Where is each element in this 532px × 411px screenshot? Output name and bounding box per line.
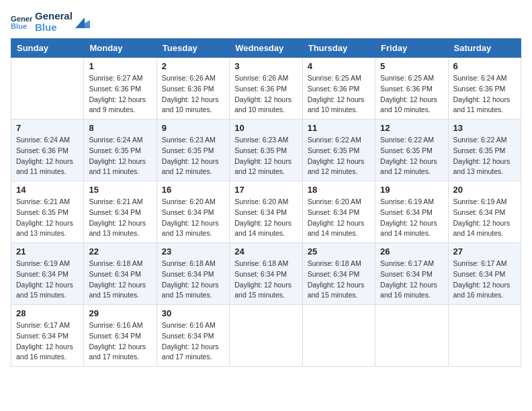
calendar-cell: 11Sunrise: 6:22 AM Sunset: 6:35 PM Dayli… bbox=[302, 120, 375, 181]
day-number: 8 bbox=[89, 123, 151, 133]
col-header-friday: Friday bbox=[375, 39, 448, 58]
day-info: Sunrise: 6:16 AM Sunset: 6:34 PM Dayligh… bbox=[162, 320, 224, 363]
day-number: 19 bbox=[380, 185, 443, 195]
calendar-cell bbox=[375, 305, 448, 367]
day-number: 13 bbox=[453, 123, 516, 133]
col-header-wednesday: Wednesday bbox=[230, 39, 302, 58]
day-number: 26 bbox=[380, 246, 443, 257]
col-header-thursday: Thursday bbox=[302, 39, 375, 58]
calendar-cell: 9Sunrise: 6:23 AM Sunset: 6:35 PM Daylig… bbox=[157, 120, 229, 181]
calendar-table: SundayMondayTuesdayWednesdayThursdayFrid… bbox=[11, 38, 521, 367]
day-number: 10 bbox=[234, 123, 297, 133]
calendar-week-row: 21Sunrise: 6:19 AM Sunset: 6:34 PM Dayli… bbox=[11, 243, 521, 305]
calendar-cell: 27Sunrise: 6:17 AM Sunset: 6:34 PM Dayli… bbox=[448, 243, 521, 305]
day-info: Sunrise: 6:20 AM Sunset: 6:34 PM Dayligh… bbox=[234, 197, 297, 239]
day-number: 7 bbox=[16, 123, 79, 133]
day-info: Sunrise: 6:25 AM Sunset: 6:36 PM Dayligh… bbox=[308, 73, 370, 116]
calendar-header-row: SundayMondayTuesdayWednesdayThursdayFrid… bbox=[11, 39, 521, 58]
day-number: 4 bbox=[308, 61, 370, 71]
day-info: Sunrise: 6:24 AM Sunset: 6:36 PM Dayligh… bbox=[453, 73, 516, 116]
calendar-cell: 26Sunrise: 6:17 AM Sunset: 6:34 PM Dayli… bbox=[375, 243, 448, 305]
day-info: Sunrise: 6:20 AM Sunset: 6:34 PM Dayligh… bbox=[308, 197, 370, 239]
page-header: General Blue General Blue bbox=[11, 11, 521, 33]
day-number: 2 bbox=[162, 61, 224, 71]
day-number: 12 bbox=[380, 123, 443, 133]
day-number: 3 bbox=[234, 61, 297, 71]
day-number: 25 bbox=[308, 246, 370, 257]
day-info: Sunrise: 6:17 AM Sunset: 6:34 PM Dayligh… bbox=[16, 320, 79, 363]
day-info: Sunrise: 6:24 AM Sunset: 6:35 PM Dayligh… bbox=[89, 135, 151, 177]
day-number: 20 bbox=[453, 185, 516, 195]
day-info: Sunrise: 6:22 AM Sunset: 6:35 PM Dayligh… bbox=[380, 135, 443, 177]
day-number: 14 bbox=[16, 185, 79, 195]
logo-line1: General bbox=[35, 11, 73, 22]
calendar-week-row: 14Sunrise: 6:21 AM Sunset: 6:35 PM Dayli… bbox=[11, 181, 521, 243]
calendar-cell: 3Sunrise: 6:26 AM Sunset: 6:36 PM Daylig… bbox=[230, 58, 302, 120]
calendar-cell: 21Sunrise: 6:19 AM Sunset: 6:34 PM Dayli… bbox=[11, 243, 84, 305]
day-info: Sunrise: 6:22 AM Sunset: 6:35 PM Dayligh… bbox=[308, 135, 370, 177]
day-number: 6 bbox=[453, 61, 516, 71]
calendar-cell: 4Sunrise: 6:25 AM Sunset: 6:36 PM Daylig… bbox=[302, 58, 375, 120]
day-info: Sunrise: 6:25 AM Sunset: 6:36 PM Dayligh… bbox=[380, 73, 443, 116]
calendar-cell: 8Sunrise: 6:24 AM Sunset: 6:35 PM Daylig… bbox=[84, 120, 157, 181]
day-number: 11 bbox=[308, 123, 370, 133]
logo: General Blue General Blue bbox=[11, 11, 90, 33]
day-number: 17 bbox=[234, 185, 297, 195]
logo-line2: Blue bbox=[35, 22, 73, 34]
day-number: 16 bbox=[162, 185, 224, 195]
day-number: 27 bbox=[453, 246, 516, 257]
calendar-week-row: 28Sunrise: 6:17 AM Sunset: 6:34 PM Dayli… bbox=[11, 305, 521, 367]
logo-bird-icon bbox=[75, 16, 90, 28]
day-info: Sunrise: 6:18 AM Sunset: 6:34 PM Dayligh… bbox=[162, 259, 224, 301]
calendar-cell: 30Sunrise: 6:16 AM Sunset: 6:34 PM Dayli… bbox=[157, 305, 229, 367]
day-info: Sunrise: 6:18 AM Sunset: 6:34 PM Dayligh… bbox=[89, 259, 151, 301]
day-number: 9 bbox=[162, 123, 224, 133]
calendar-cell: 23Sunrise: 6:18 AM Sunset: 6:34 PM Dayli… bbox=[157, 243, 229, 305]
calendar-cell: 10Sunrise: 6:23 AM Sunset: 6:35 PM Dayli… bbox=[230, 120, 302, 181]
day-info: Sunrise: 6:26 AM Sunset: 6:36 PM Dayligh… bbox=[234, 73, 297, 116]
calendar-cell: 14Sunrise: 6:21 AM Sunset: 6:35 PM Dayli… bbox=[11, 181, 84, 243]
calendar-cell: 6Sunrise: 6:24 AM Sunset: 6:36 PM Daylig… bbox=[448, 58, 521, 120]
col-header-sunday: Sunday bbox=[11, 39, 84, 58]
day-info: Sunrise: 6:27 AM Sunset: 6:36 PM Dayligh… bbox=[89, 73, 151, 116]
day-number: 23 bbox=[162, 246, 224, 257]
day-number: 5 bbox=[380, 61, 443, 71]
day-number: 1 bbox=[89, 61, 151, 71]
calendar-cell: 25Sunrise: 6:18 AM Sunset: 6:34 PM Dayli… bbox=[302, 243, 375, 305]
calendar-cell: 2Sunrise: 6:26 AM Sunset: 6:36 PM Daylig… bbox=[157, 58, 229, 120]
logo-icon: General Blue bbox=[11, 13, 32, 32]
calendar-cell: 24Sunrise: 6:18 AM Sunset: 6:34 PM Dayli… bbox=[230, 243, 302, 305]
calendar-cell: 20Sunrise: 6:19 AM Sunset: 6:34 PM Dayli… bbox=[448, 181, 521, 243]
col-header-saturday: Saturday bbox=[448, 39, 521, 58]
day-info: Sunrise: 6:19 AM Sunset: 6:34 PM Dayligh… bbox=[16, 259, 79, 301]
day-info: Sunrise: 6:17 AM Sunset: 6:34 PM Dayligh… bbox=[453, 259, 516, 301]
calendar-cell: 7Sunrise: 6:24 AM Sunset: 6:36 PM Daylig… bbox=[11, 120, 84, 181]
svg-text:Blue: Blue bbox=[11, 22, 27, 30]
calendar-cell: 16Sunrise: 6:20 AM Sunset: 6:34 PM Dayli… bbox=[157, 181, 229, 243]
calendar-cell bbox=[230, 305, 302, 367]
day-number: 15 bbox=[89, 185, 151, 195]
day-info: Sunrise: 6:21 AM Sunset: 6:34 PM Dayligh… bbox=[89, 197, 151, 239]
calendar-cell: 1Sunrise: 6:27 AM Sunset: 6:36 PM Daylig… bbox=[84, 58, 157, 120]
col-header-monday: Monday bbox=[84, 39, 157, 58]
calendar-cell: 13Sunrise: 6:22 AM Sunset: 6:35 PM Dayli… bbox=[448, 120, 521, 181]
col-header-tuesday: Tuesday bbox=[157, 39, 229, 58]
calendar-cell bbox=[448, 305, 521, 367]
calendar-cell: 22Sunrise: 6:18 AM Sunset: 6:34 PM Dayli… bbox=[84, 243, 157, 305]
day-number: 21 bbox=[16, 246, 79, 257]
day-info: Sunrise: 6:18 AM Sunset: 6:34 PM Dayligh… bbox=[308, 259, 370, 301]
day-number: 18 bbox=[308, 185, 370, 195]
calendar-week-row: 1Sunrise: 6:27 AM Sunset: 6:36 PM Daylig… bbox=[11, 58, 521, 120]
svg-marker-4 bbox=[75, 17, 85, 28]
calendar-cell bbox=[11, 58, 84, 120]
day-number: 24 bbox=[234, 246, 297, 257]
calendar-cell: 17Sunrise: 6:20 AM Sunset: 6:34 PM Dayli… bbox=[230, 181, 302, 243]
calendar-week-row: 7Sunrise: 6:24 AM Sunset: 6:36 PM Daylig… bbox=[11, 120, 521, 181]
calendar-cell: 12Sunrise: 6:22 AM Sunset: 6:35 PM Dayli… bbox=[375, 120, 448, 181]
calendar-cell: 5Sunrise: 6:25 AM Sunset: 6:36 PM Daylig… bbox=[375, 58, 448, 120]
day-number: 28 bbox=[16, 308, 79, 318]
day-info: Sunrise: 6:17 AM Sunset: 6:34 PM Dayligh… bbox=[380, 259, 443, 301]
day-info: Sunrise: 6:18 AM Sunset: 6:34 PM Dayligh… bbox=[234, 259, 297, 301]
calendar-cell bbox=[302, 305, 375, 367]
day-info: Sunrise: 6:16 AM Sunset: 6:34 PM Dayligh… bbox=[89, 320, 151, 363]
